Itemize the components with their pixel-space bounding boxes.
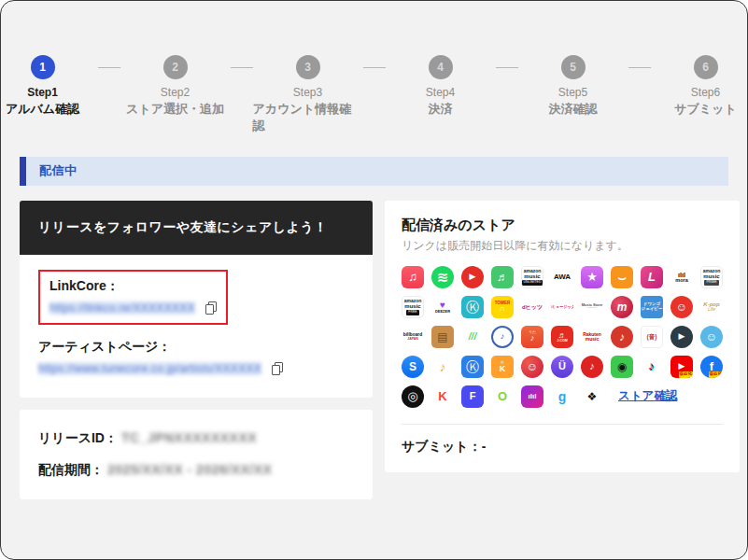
store-d-hits[interactable]: dヒッツ: [521, 296, 543, 318]
store-glyph: ♪: [501, 332, 505, 341]
store-k-pop-life[interactable]: K-popLife: [700, 296, 723, 318]
store-wesing[interactable]: ☺: [521, 356, 543, 378]
store-amazon-music-prime[interactable]: amazonmusicPRIME: [700, 266, 723, 288]
store-kuaishou[interactable]: K: [431, 385, 454, 408]
store-kkbox[interactable]: Ⓚ: [461, 296, 484, 318]
store-glyph: ///: [469, 332, 476, 342]
store-glyph: ♬: [497, 272, 508, 283]
progress-stepper: 1Step1アルバム確認2Step2ストア選択・追加3Step3アカウント情報確…: [1, 1, 747, 134]
copy-icon[interactable]: [272, 362, 283, 375]
store-billboard-japan[interactable]: billboardJAPAN: [402, 326, 424, 348]
store-red-circle-note[interactable]: ♪: [611, 326, 633, 348]
linkcore-url-link[interactable]: https://linkco.re/XXXXXXXX: [49, 301, 195, 315]
store-rakuten-music[interactable]: Rakutenmusic: [581, 326, 603, 348]
step-number-label: Step2: [161, 86, 190, 101]
store-oto-brackets[interactable]: (音): [641, 326, 663, 348]
right-column: 配信済みのストア リンクは販売開始日以降に有効になります。 ♫≋▶♬amazon…: [385, 201, 740, 472]
store-lemino[interactable]: L: [641, 266, 663, 288]
store-awa[interactable]: AWA: [551, 266, 573, 288]
store-spotify[interactable]: ≋: [431, 266, 454, 288]
store-jcom-music[interactable]: ♬J:COM: [551, 326, 573, 348]
store-record-search[interactable]: ◎: [402, 385, 424, 408]
divider: [402, 424, 723, 425]
store-tower-records-music[interactable]: TOWER∩: [491, 296, 514, 318]
store-row: ◎KFOılılg❖ストア確認: [402, 385, 723, 408]
store-blue-circle-avatar[interactable]: ☺: [700, 326, 723, 348]
store-glyph: Life: [708, 307, 715, 312]
step-name-label: アカウント情報確認: [253, 101, 363, 134]
step-number-label: Step6: [691, 86, 720, 101]
store-dark-play[interactable]: ▶: [670, 326, 693, 348]
store-g-music[interactable]: g: [551, 385, 573, 408]
store-audio-wave[interactable]: ılıl: [521, 385, 543, 408]
store-netease-cloud-music[interactable]: ♪: [581, 356, 603, 378]
linkcore-label: LinkCore：: [49, 278, 217, 295]
store-amazon-music-free[interactable]: amazonmusicFREE: [402, 296, 424, 318]
store-facebook-monetized[interactable]: f収益化: [700, 356, 723, 378]
artist-page-url-link[interactable]: https://www.tunecore.co.jp/artists/XXXXX…: [38, 362, 261, 375]
share-card: リリースをフォロワーや友達にシェアしよう！ LinkCore： https://…: [20, 201, 373, 398]
store-flo[interactable]: F: [461, 385, 484, 408]
store-line-music[interactable]: ♬: [491, 266, 514, 288]
store-amazon-music-unlimited[interactable]: amazonmusicUNLIMITED: [521, 266, 543, 288]
store-purple-star-store[interactable]: ★: [581, 266, 603, 288]
store-green-ring-dot[interactable]: O: [491, 385, 514, 408]
step-number-label: Step4: [426, 86, 455, 101]
store-musico-green-m[interactable]: ///: [461, 326, 484, 348]
store-glyph: dミュージック: [551, 305, 573, 309]
stepper-step-6: 6Step6サブミット: [651, 55, 748, 118]
store-kuwo-music[interactable]: ✻K: [491, 356, 514, 378]
store-blue-round-emblem[interactable]: ♪: [491, 326, 514, 348]
monetization-badge: 収益化: [679, 371, 694, 378]
store-glyph: m: [617, 301, 628, 313]
stepper-step-4: 4Step4決済: [386, 55, 496, 118]
step-circle: 3: [296, 55, 320, 79]
store-ototoy[interactable]: ▤: [431, 326, 454, 348]
store-row: S♪Ⓚ✻K☺Ü♪◉♪▶収益化f収益化: [402, 356, 723, 378]
store-tidal[interactable]: ❖: [581, 385, 603, 408]
content-columns: リリースをフォロワーや友達にシェアしよう！ LinkCore： https://…: [20, 201, 728, 499]
store-qq-music[interactable]: ♪: [431, 356, 454, 378]
store-glyph: music: [404, 303, 420, 309]
store-music-store[interactable]: Music Store────: [581, 296, 603, 318]
store-green-vinyl-record[interactable]: ◉: [611, 356, 633, 378]
store-mora[interactable]: ılılmora: [670, 266, 693, 288]
store-dwango-jp[interactable]: ドワンゴジェイピー: [641, 296, 663, 318]
store-glyph: music: [586, 337, 599, 342]
store-d-music[interactable]: dミュージック: [551, 296, 573, 318]
status-text: 配信中: [39, 162, 78, 179]
share-card-body: LinkCore： https://linkco.re/XXXXXXXX アーテ…: [20, 255, 373, 398]
step-circle: 1: [31, 55, 55, 79]
store-glyph: JAPAN: [407, 338, 418, 342]
store-youtube-music[interactable]: ▶: [461, 266, 484, 288]
release-info-card: リリースID： TC_JPNXXXXXXXXX 配信期間： 2025/XX/XX…: [20, 410, 373, 499]
store-glyph: ▤: [437, 331, 447, 343]
store-deezer[interactable]: ♥DEEZER: [431, 296, 454, 318]
store-glyph: L: [648, 271, 656, 283]
store-recochoku[interactable]: ☺: [670, 296, 693, 318]
store-glyph: ▶: [679, 362, 685, 371]
store-youtube-monetized[interactable]: ▶収益化: [670, 356, 693, 378]
store-glyph: DEEZER: [435, 310, 450, 314]
store-kugou-music[interactable]: Ⓚ: [461, 356, 484, 378]
store-glyph: g: [558, 390, 567, 403]
store-glyph: F: [470, 391, 476, 401]
store-amazon[interactable]: ⌣: [611, 266, 633, 288]
store-check-link[interactable]: ストア確認: [618, 388, 677, 404]
store-glyph: mora: [675, 278, 687, 284]
artist-page-block: アーティストページ： https://www.tunecore.co.jp/ar…: [38, 339, 354, 375]
store-glyph: ────: [587, 307, 597, 311]
store-glyph: S: [409, 361, 416, 372]
store-music-jp[interactable]: m: [611, 296, 633, 318]
store-u-music[interactable]: Ü: [551, 356, 573, 378]
step-circle: 4: [429, 55, 453, 79]
store-glyph: ◎: [407, 390, 417, 402]
share-card-title: リリースをフォロワーや友達にシェアしよう！: [20, 201, 373, 255]
copy-icon[interactable]: [205, 301, 217, 315]
store-apple-music[interactable]: ♫: [402, 266, 424, 288]
stores-title: 配信済みのストア: [402, 217, 723, 234]
store-shazam[interactable]: S: [402, 356, 424, 378]
store-uta-flag[interactable]: うた♪: [521, 326, 543, 348]
store-glyph: ∩: [500, 305, 505, 313]
store-tiktok[interactable]: ♪: [641, 356, 663, 378]
